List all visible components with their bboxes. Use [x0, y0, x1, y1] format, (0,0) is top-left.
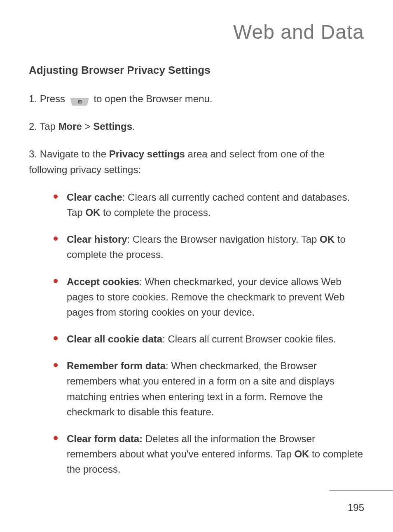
svg-rect-3 [79, 102, 80, 103]
list-item: Remember form data: When checkmarked, th… [54, 358, 364, 420]
list-item: Clear cache: Clears all currently cached… [54, 190, 364, 220]
privacy-settings-list: Clear cache: Clears all currently cached… [29, 190, 364, 477]
list-item: Accept cookies: When checkmarked, your d… [54, 274, 364, 320]
step-3-prefix: 3. Navigate to the [29, 148, 109, 159]
svg-rect-0 [78, 100, 82, 103]
page-title: Web and Data [29, 21, 364, 43]
step-2: 2. Tap More > Settings. [29, 119, 364, 134]
svg-rect-1 [79, 101, 80, 102]
bullet-text: : Clears the Browser navigation history.… [127, 234, 320, 245]
section-heading: Adjusting Browser Privacy Settings [29, 64, 364, 77]
svg-rect-4 [80, 102, 81, 103]
bullet-ok: OK [320, 234, 335, 245]
menu-button-icon [70, 95, 89, 104]
bullet-label: Clear history [67, 234, 127, 245]
bullet-ok: OK [85, 207, 100, 218]
list-item: Clear all cookie data: Clears all curren… [54, 331, 364, 347]
page-number: 195 [348, 502, 364, 513]
step-3: 3. Navigate to the Privacy settings area… [29, 146, 364, 177]
bullet-label: Clear cache [67, 192, 122, 203]
list-item: Clear history: Clears the Browser naviga… [54, 232, 364, 262]
bullet-label: Accept cookies [67, 276, 139, 287]
step-2-mid: > [82, 121, 93, 132]
step-2-suffix: . [132, 121, 135, 132]
step-2-more: More [58, 121, 82, 132]
bullet-label: Remember form data [67, 360, 166, 371]
step-1: 1. Press to open the Browser menu. [29, 91, 364, 106]
bullet-ok: OK [294, 448, 309, 459]
bullet-text-end: to complete the process. [100, 207, 211, 218]
bullet-label: Clear form data: [67, 433, 143, 444]
step-1-prefix: 1. Press [29, 93, 68, 104]
step-3-bold: Privacy settings [109, 148, 185, 159]
step-2-settings: Settings [93, 121, 132, 132]
list-item: Clear form data: Deletes all the informa… [54, 431, 364, 477]
bullet-text: : Clears all current Browser cookie file… [162, 333, 336, 345]
svg-rect-2 [80, 101, 81, 102]
footer-divider [329, 490, 393, 491]
bullet-label: Clear all cookie data [67, 333, 162, 345]
step-1-suffix: to open the Browser menu. [94, 93, 212, 104]
step-2-prefix: 2. Tap [29, 121, 58, 132]
